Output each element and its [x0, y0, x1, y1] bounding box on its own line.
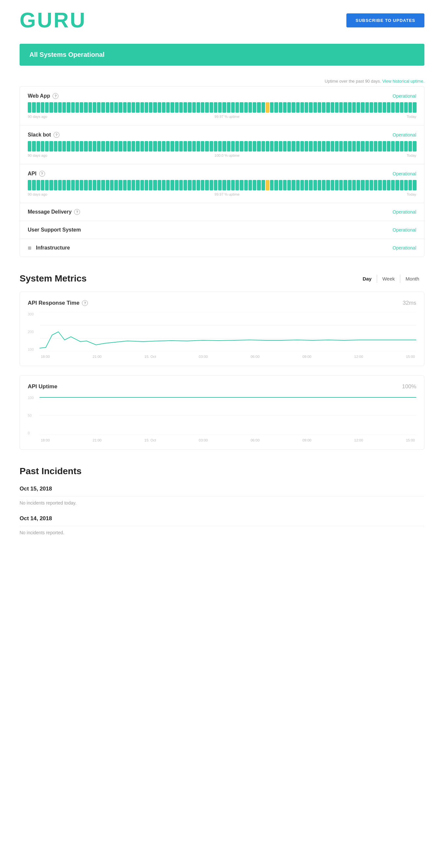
- uptime-bar: [192, 141, 196, 152]
- uptime-bar: [335, 102, 339, 113]
- uptime-bar: [45, 141, 49, 152]
- status-text: All Systems Operational: [29, 51, 104, 58]
- service-status-message-delivery: Operational: [393, 209, 416, 215]
- uptime-bar: [140, 102, 144, 113]
- uptime-bar: [201, 180, 204, 190]
- uptime-bar: [132, 102, 135, 113]
- uptime-bar: [101, 180, 105, 190]
- uptime-bar: [274, 141, 278, 152]
- uptime-bar: [283, 180, 287, 190]
- uptime-bar: [348, 102, 352, 113]
- uptime-bar: [356, 141, 360, 152]
- time-tabs: Day Week Month: [357, 275, 424, 283]
- uptime-bar: [365, 180, 369, 190]
- uptime-bar: [41, 141, 44, 152]
- uptime-bar: [80, 102, 83, 113]
- chart-api-response-time: API Response Time ? 32ms 300 200 100: [20, 291, 424, 366]
- tab-day[interactable]: Day: [357, 275, 377, 283]
- api-uptime-x-labels: 18:00 21:00 15. Oct 03:00 06:00 09:00 12…: [39, 438, 416, 442]
- uptime-bar: [344, 102, 347, 113]
- logo: GURU: [20, 10, 86, 31]
- uptime-bar: [28, 102, 31, 113]
- uptime-bar: [62, 141, 66, 152]
- uptime-bar: [322, 102, 325, 113]
- uptime-header: Uptime over the past 90 days. View histo…: [0, 72, 444, 86]
- view-historical-link[interactable]: View historical uptime.: [382, 79, 424, 84]
- uptime-bar: [127, 141, 131, 152]
- uptime-bar: [309, 180, 312, 190]
- uptime-bar: [291, 141, 295, 152]
- uptime-bar: [93, 102, 96, 113]
- uptime-bar: [101, 141, 105, 152]
- uptime-bar: [62, 102, 66, 113]
- uptime-bar: [326, 180, 330, 190]
- uptime-bar: [218, 141, 222, 152]
- uptime-bar: [196, 141, 200, 152]
- uptime-bar: [192, 180, 196, 190]
- uptime-bar: [318, 102, 321, 113]
- uptime-bar: [71, 180, 75, 190]
- uptime-bar: [127, 180, 131, 190]
- uptime-bar: [296, 141, 300, 152]
- uptime-bar: [188, 102, 191, 113]
- incident-date-0: Oct 15, 2018: [20, 486, 424, 496]
- uptime-bar: [222, 102, 226, 113]
- uptime-footer-web-app: 90 days ago 99.97 % uptime Today: [28, 115, 416, 119]
- subscribe-button[interactable]: SUBSCRIBE TO UPDATES: [346, 13, 424, 27]
- uptime-bar: [188, 141, 191, 152]
- uptime-bar: [97, 141, 100, 152]
- y-label-100: 100: [28, 396, 34, 400]
- uptime-bar: [80, 141, 83, 152]
- uptime-bar: [162, 180, 165, 190]
- info-icon-response-time[interactable]: ?: [82, 300, 88, 306]
- uptime-bar: [119, 102, 122, 113]
- uptime-bar: [408, 180, 412, 190]
- info-icon-message-delivery[interactable]: ?: [74, 209, 80, 215]
- info-icon-api[interactable]: ?: [39, 171, 45, 177]
- uptime-bar: [153, 102, 157, 113]
- uptime-bar: [235, 102, 239, 113]
- chart-value-response-time: 32ms: [403, 300, 416, 306]
- uptime-bar: [322, 180, 325, 190]
- uptime-bar: [279, 141, 282, 152]
- info-icon-slack-bot[interactable]: ?: [54, 132, 59, 138]
- uptime-bar: [391, 141, 395, 152]
- uptime-bar: [378, 141, 382, 152]
- uptime-bar: [227, 180, 230, 190]
- uptime-bar: [67, 180, 70, 190]
- uptime-bar: [162, 141, 165, 152]
- info-icon-web-app[interactable]: ?: [53, 93, 58, 99]
- expand-icon-infrastructure[interactable]: ⊞: [28, 246, 31, 250]
- uptime-bar: [231, 180, 235, 190]
- uptime-bar: [205, 180, 209, 190]
- uptime-bar: [222, 141, 226, 152]
- uptime-bar: [352, 180, 356, 190]
- uptime-bar: [244, 102, 248, 113]
- uptime-bar: [106, 102, 109, 113]
- uptime-bar: [283, 102, 287, 113]
- uptime-bar: [127, 102, 131, 113]
- uptime-bar: [80, 180, 83, 190]
- uptime-bar: [119, 141, 122, 152]
- uptime-bar: [32, 102, 36, 113]
- uptime-bar: [175, 141, 179, 152]
- uptime-footer-api: 90 days ago 99.97 % uptime Today: [28, 192, 416, 196]
- uptime-bar: [395, 141, 399, 152]
- uptime-bar: [158, 141, 161, 152]
- uptime-bar: [383, 141, 386, 152]
- uptime-bar: [145, 102, 148, 113]
- uptime-bar: [106, 180, 109, 190]
- uptime-bar: [244, 180, 248, 190]
- uptime-bar: [149, 141, 153, 152]
- tab-week[interactable]: Week: [377, 275, 400, 283]
- uptime-bar: [305, 141, 308, 152]
- uptime-bar: [32, 141, 36, 152]
- uptime-bar: [114, 180, 118, 190]
- uptime-bar: [210, 102, 213, 113]
- uptime-bar: [400, 141, 404, 152]
- chart-value-uptime: 100%: [402, 383, 416, 390]
- uptime-bar: [352, 102, 356, 113]
- tab-month[interactable]: Month: [400, 275, 424, 283]
- uptime-bar: [266, 141, 269, 152]
- uptime-bar: [408, 102, 412, 113]
